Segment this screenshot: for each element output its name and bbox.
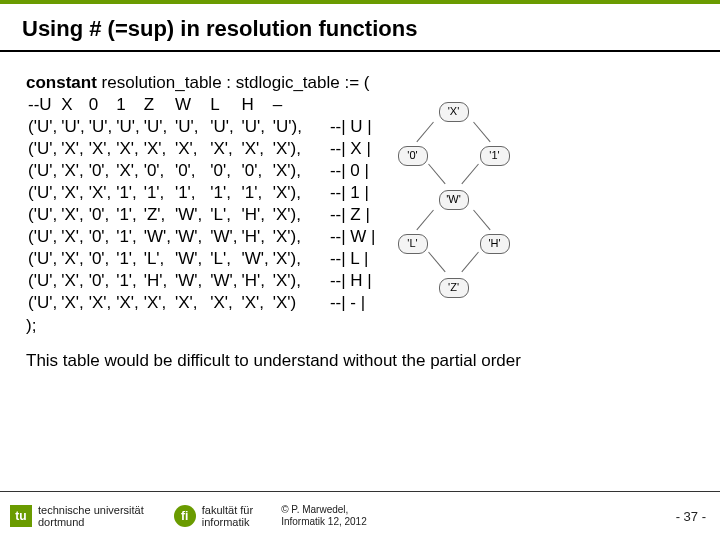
tu-logo-icon: tu bbox=[10, 505, 32, 527]
table-cell: 'X', bbox=[87, 292, 115, 314]
table-cell: ('U', bbox=[26, 160, 59, 182]
node-l: 'L' bbox=[398, 234, 428, 254]
table-cell: 'H', bbox=[239, 270, 270, 292]
table-cell: ('U', bbox=[26, 226, 59, 248]
kw-constant: constant bbox=[26, 73, 97, 92]
table-cell: '0', bbox=[87, 160, 115, 182]
table-cell: 'X'), bbox=[271, 160, 304, 182]
table-cell: 'X', bbox=[208, 292, 239, 314]
table-cell: 'W', bbox=[173, 248, 204, 270]
fi-logo-icon: fi bbox=[174, 505, 196, 527]
node-w: 'W' bbox=[439, 190, 469, 210]
node-1: '1' bbox=[480, 146, 510, 166]
table-cell: ('U', bbox=[26, 292, 59, 314]
edge bbox=[461, 163, 478, 184]
table-cell: 'X'), bbox=[271, 182, 304, 204]
resolution-table: --UX01ZWLH–('U','U','U','U','U','U','U',… bbox=[26, 94, 378, 315]
table-cell: '1', bbox=[173, 182, 204, 204]
table-cell: 'U', bbox=[87, 116, 115, 138]
col-header: L bbox=[208, 94, 239, 116]
col-header: Z bbox=[142, 94, 173, 116]
table-cell: 'L', bbox=[208, 204, 239, 226]
table-cell: 'X', bbox=[239, 292, 270, 314]
footer: tu technische universität dortmund fi fa… bbox=[0, 491, 720, 540]
table-cell: 'W', bbox=[142, 226, 173, 248]
table-cell: '1', bbox=[114, 248, 142, 270]
table-cell: 'W', bbox=[208, 226, 239, 248]
copy-line1: © P. Marwedel, bbox=[281, 504, 367, 516]
edge bbox=[473, 121, 490, 142]
table-cell: 'Z', bbox=[142, 204, 173, 226]
table-cell: '0', bbox=[87, 226, 115, 248]
table-cell: '1', bbox=[114, 270, 142, 292]
table-cell: 'W', bbox=[208, 270, 239, 292]
tu-line1: technische universität bbox=[38, 504, 144, 516]
col-header: X bbox=[59, 94, 87, 116]
col-header: 1 bbox=[114, 94, 142, 116]
table-cell: ('U', bbox=[26, 270, 59, 292]
code-block: constant resolution_table : stdlogic_tab… bbox=[26, 72, 378, 337]
decl-rest: resolution_table : stdlogic_table := ( bbox=[97, 73, 370, 92]
content-area: constant resolution_table : stdlogic_tab… bbox=[0, 72, 720, 337]
table-cell: 'X', bbox=[173, 292, 204, 314]
hasse-diagram: 'X' '0' '1' 'W' 'L' 'H' 'Z' bbox=[384, 102, 524, 337]
table-cell: 'U', bbox=[173, 116, 204, 138]
fi-affiliation: fi fakultät für informatik bbox=[174, 504, 253, 528]
legend-header bbox=[328, 94, 378, 116]
table-cell: 'H', bbox=[142, 270, 173, 292]
row-legend: --| 0 | bbox=[328, 160, 378, 182]
node-h: 'H' bbox=[480, 234, 510, 254]
table-cell: ('U', bbox=[26, 204, 59, 226]
page-title: Using # (=sup) in resolution functions bbox=[0, 10, 720, 50]
edge bbox=[473, 209, 490, 230]
table-cell: 'X'), bbox=[271, 204, 304, 226]
row-legend: --| 1 | bbox=[328, 182, 378, 204]
table-cell: 'X', bbox=[59, 292, 87, 314]
table-cell: 'X', bbox=[59, 226, 87, 248]
table-cell: '0', bbox=[87, 248, 115, 270]
table-cell: 'U', bbox=[59, 116, 87, 138]
table-cell: 'X', bbox=[142, 292, 173, 314]
edge bbox=[461, 251, 478, 272]
table-cell: '0', bbox=[142, 160, 173, 182]
node-z: 'Z' bbox=[439, 278, 469, 298]
table-cell: 'U', bbox=[142, 116, 173, 138]
table-cell: 'X', bbox=[114, 160, 142, 182]
table-cell: 'X', bbox=[59, 138, 87, 160]
copy-line2: Informatik 12, 2012 bbox=[281, 516, 367, 528]
table-cell: 'U', bbox=[114, 116, 142, 138]
table-cell: '1', bbox=[114, 226, 142, 248]
table-cell: 'X', bbox=[239, 138, 270, 160]
table-cell: '1', bbox=[114, 204, 142, 226]
edge bbox=[428, 163, 445, 184]
edge bbox=[416, 209, 433, 230]
table-cell: 'H', bbox=[239, 226, 270, 248]
row-legend: --| U | bbox=[328, 116, 378, 138]
table-cell: 'X'), bbox=[271, 270, 304, 292]
row-legend: --| H | bbox=[328, 270, 378, 292]
row-legend: --| Z | bbox=[328, 204, 378, 226]
col-header: --U bbox=[26, 94, 59, 116]
accent-rule bbox=[0, 0, 720, 4]
row-legend: --| W | bbox=[328, 226, 378, 248]
table-cell: 'X'), bbox=[271, 248, 304, 270]
tu-line2: dortmund bbox=[38, 516, 144, 528]
fi-line1: fakultät für bbox=[202, 504, 253, 516]
table-cell: 'W', bbox=[173, 204, 204, 226]
table-cell: '0', bbox=[173, 160, 204, 182]
node-x: 'X' bbox=[439, 102, 469, 122]
row-legend: --| L | bbox=[328, 248, 378, 270]
table-cell: ('U', bbox=[26, 248, 59, 270]
edge bbox=[428, 251, 445, 272]
table-cell: 'X'), bbox=[271, 138, 304, 160]
tu-affiliation: tu technische universität dortmund bbox=[10, 504, 144, 528]
table-cell: 'X', bbox=[87, 182, 115, 204]
table-cell: 'X'), bbox=[271, 226, 304, 248]
fi-text: fakultät für informatik bbox=[202, 504, 253, 528]
page-number: - 37 - bbox=[676, 509, 706, 524]
row-legend: --| X | bbox=[328, 138, 378, 160]
table-cell: 'X', bbox=[142, 138, 173, 160]
table-cell: 'L', bbox=[142, 248, 173, 270]
table-cell: 'X', bbox=[59, 248, 87, 270]
col-header: – bbox=[271, 94, 304, 116]
